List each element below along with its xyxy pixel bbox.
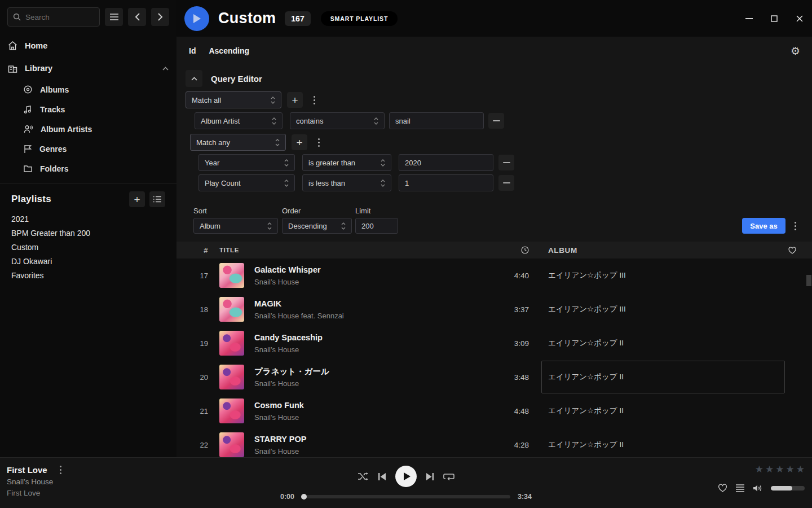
rule-field-select[interactable]: Year bbox=[198, 154, 295, 171]
play-pause-button[interactable] bbox=[395, 466, 417, 487]
playlist-list-button[interactable] bbox=[149, 191, 165, 207]
scrollbar-thumb[interactable] bbox=[806, 275, 811, 286]
table-row[interactable]: 21 Cosmo Funk Snail’s House 4:48 エイリアン☆ポ… bbox=[176, 394, 812, 428]
select-arrows-icon bbox=[284, 159, 289, 167]
table-row[interactable]: 17 Galactic Whisper Snail’s House 4:40 エ… bbox=[176, 259, 812, 292]
next-button[interactable] bbox=[426, 472, 434, 481]
elapsed-time: 0:00 bbox=[274, 493, 294, 501]
group-menu-button[interactable] bbox=[313, 134, 324, 150]
add-rule-button[interactable]: + bbox=[287, 92, 303, 108]
player-bar: First Love Snail’s House First Love bbox=[0, 457, 812, 508]
minimize-button[interactable] bbox=[745, 15, 753, 23]
save-as-button[interactable]: Save as bbox=[742, 218, 785, 234]
volume-button[interactable] bbox=[753, 484, 762, 492]
seek-knob[interactable] bbox=[301, 494, 307, 500]
sidebar: Home Library Albums Tracks bbox=[0, 0, 176, 457]
rule-operator-select[interactable]: is greater than bbox=[302, 154, 391, 171]
queue-button[interactable] bbox=[736, 484, 744, 492]
shuffle-button[interactable] bbox=[358, 472, 369, 481]
favorite-button[interactable] bbox=[718, 484, 727, 492]
repeat-icon bbox=[443, 472, 454, 481]
star-icon[interactable]: ★ bbox=[796, 463, 805, 475]
track-album[interactable]: エイリアン☆ポップ II bbox=[541, 361, 785, 393]
minus-icon bbox=[503, 182, 510, 183]
sidebar-item-genres[interactable]: Genres bbox=[0, 139, 176, 159]
sidebar-item-home[interactable]: Home bbox=[0, 34, 176, 57]
star-icon[interactable]: ★ bbox=[786, 463, 795, 475]
now-playing-menu-button[interactable] bbox=[55, 466, 67, 475]
sidebar-item-folders[interactable]: Folders bbox=[0, 159, 176, 178]
menu-button[interactable] bbox=[105, 8, 123, 26]
table-row[interactable]: 22 STARRY POP Snail’s House 4:28 エイリアン☆ポ… bbox=[176, 428, 812, 457]
add-rule-button[interactable]: + bbox=[292, 134, 307, 150]
sort-select[interactable]: Album bbox=[193, 218, 278, 234]
more-vertical-icon bbox=[314, 99, 315, 101]
rule-field-select[interactable]: Play Count bbox=[198, 174, 295, 191]
remove-rule-button[interactable] bbox=[498, 155, 514, 170]
search-box[interactable] bbox=[7, 7, 100, 27]
chevron-up-icon bbox=[191, 77, 197, 81]
sort-field-label[interactable]: Id bbox=[189, 46, 196, 55]
repeat-button[interactable] bbox=[443, 472, 454, 481]
match-type-value: Match all bbox=[192, 96, 221, 104]
sidebar-item-albums[interactable]: Albums bbox=[0, 80, 176, 99]
order-select[interactable]: Descending bbox=[282, 218, 352, 234]
sidebar-item-album-artists[interactable]: Album Artists bbox=[0, 119, 176, 139]
previous-button[interactable] bbox=[378, 472, 386, 481]
rule-field-select[interactable]: Album Artist bbox=[195, 112, 283, 129]
chevron-up-icon[interactable] bbox=[162, 67, 169, 71]
table-row[interactable]: 19 Candy Spaceship Snail’s House 3:09 エイ… bbox=[176, 326, 812, 360]
sidebar-item-label: Genres bbox=[39, 144, 67, 154]
column-header-title[interactable]: TITLE bbox=[219, 247, 239, 253]
playlist-item[interactable]: 2021 bbox=[0, 212, 176, 226]
rule-value-input[interactable] bbox=[399, 174, 493, 191]
now-playing-title: First Love bbox=[7, 465, 47, 475]
close-button[interactable] bbox=[796, 15, 804, 23]
nav-forward-button[interactable] bbox=[151, 8, 169, 26]
volume-slider[interactable] bbox=[771, 486, 805, 491]
track-duration: 4:28 bbox=[497, 441, 529, 449]
table-row[interactable]: 20 プラネット・ガール Snail’s House 3:48 エイリアン☆ポッ… bbox=[176, 360, 812, 394]
column-header-favorite[interactable] bbox=[785, 247, 812, 254]
rule-value-input[interactable] bbox=[389, 112, 484, 129]
track-album: エイリアン☆ポップ II bbox=[548, 406, 785, 416]
play-playlist-button[interactable] bbox=[184, 6, 209, 31]
rule-operator-select[interactable]: contains bbox=[290, 112, 385, 129]
star-rating[interactable]: ★★★★★ bbox=[755, 463, 805, 475]
limit-input[interactable] bbox=[355, 218, 398, 234]
add-playlist-button[interactable]: + bbox=[129, 191, 145, 207]
rule-operator-select[interactable]: is less than bbox=[302, 174, 391, 191]
playlist-item[interactable]: Custom bbox=[0, 240, 176, 254]
column-header-duration[interactable] bbox=[497, 246, 529, 254]
column-header-album[interactable]: ALBUM bbox=[548, 246, 785, 255]
remove-rule-button[interactable] bbox=[498, 175, 514, 191]
star-icon[interactable]: ★ bbox=[765, 463, 774, 475]
column-header-number[interactable]: # bbox=[176, 246, 208, 255]
collapse-query-editor-button[interactable] bbox=[186, 70, 202, 87]
match-type-select[interactable]: Match any bbox=[190, 134, 286, 151]
save-menu-button[interactable] bbox=[789, 218, 801, 234]
nav-back-button[interactable] bbox=[128, 8, 146, 26]
seek-bar[interactable] bbox=[302, 495, 510, 498]
sort-direction-label[interactable]: Ascending bbox=[209, 46, 249, 55]
remove-rule-button[interactable] bbox=[488, 113, 504, 129]
sort-label: Sort bbox=[193, 207, 282, 215]
star-icon[interactable]: ★ bbox=[755, 463, 764, 475]
track-title: プラネット・ガール bbox=[254, 366, 497, 378]
search-input[interactable] bbox=[25, 13, 87, 21]
playlist-item[interactable]: Favorites bbox=[0, 268, 176, 282]
playlist-item[interactable]: DJ Okawari bbox=[0, 254, 176, 268]
group-menu-button[interactable] bbox=[308, 92, 320, 108]
table-row[interactable]: 18 MAGIK Snail’s House feat. Sennzai 3:3… bbox=[176, 292, 812, 326]
track-artist: Snail’s House feat. Sennzai bbox=[254, 312, 497, 320]
sidebar-item-library[interactable]: Library bbox=[0, 57, 176, 80]
order-value: Descending bbox=[288, 222, 327, 230]
sidebar-item-tracks[interactable]: Tracks bbox=[0, 99, 176, 119]
maximize-button[interactable] bbox=[770, 15, 778, 23]
playlist-item[interactable]: BPM Greater than 200 bbox=[0, 226, 176, 240]
rule-value-input[interactable] bbox=[399, 154, 493, 171]
star-icon[interactable]: ★ bbox=[775, 463, 784, 475]
settings-gear-icon[interactable]: ⚙ bbox=[791, 46, 800, 56]
query-editor-title: Query Editor bbox=[211, 74, 262, 84]
match-type-select[interactable]: Match all bbox=[186, 91, 281, 108]
